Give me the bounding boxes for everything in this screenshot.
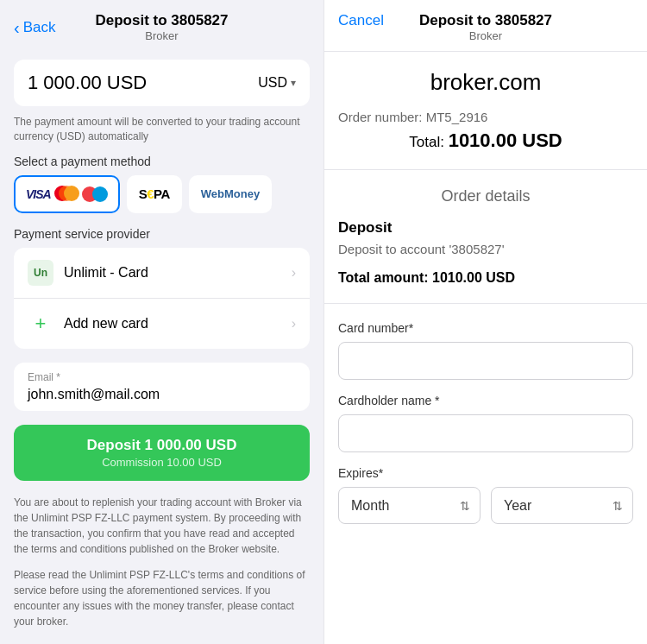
right-header-title: Deposit to 3805827 Broker bbox=[419, 12, 552, 42]
cardholder-input[interactable] bbox=[338, 414, 633, 452]
total-label: Total: bbox=[409, 134, 444, 150]
back-button[interactable]: ‹ Back bbox=[14, 19, 55, 36]
divider-2 bbox=[324, 303, 647, 304]
provider-unlimit[interactable]: Un Unlimit - Card › bbox=[14, 248, 310, 299]
expires-row: Month 010203 040506 070809 101112 ⇅ Year… bbox=[338, 487, 633, 524]
provider-unlimit-name: Unlimit - Card bbox=[64, 265, 292, 281]
right-header: Cancel Deposit to 3805827 Broker bbox=[324, 0, 647, 52]
add-card-icon: + bbox=[28, 311, 53, 337]
unlimit-icon: Un bbox=[28, 260, 53, 286]
provider-list: Un Unlimit - Card › + Add new card › bbox=[14, 248, 310, 349]
order-details-heading: Order details bbox=[338, 187, 633, 205]
order-deposit-label: Deposit bbox=[338, 219, 633, 237]
broker-domain: broker.com bbox=[338, 69, 633, 96]
provider-chevron-icon: › bbox=[292, 265, 296, 281]
visa-icon: VISA bbox=[26, 187, 51, 201]
auto-convert-text: The payment amount will be converted to … bbox=[14, 115, 310, 144]
payment-method-visa-mc[interactable]: VISA bbox=[14, 175, 120, 213]
email-field-container: Email * john.smith@mail.com bbox=[14, 363, 310, 411]
total-line: Total: 1010.00 USD bbox=[338, 129, 633, 152]
cardholder-label: Cardholder name * bbox=[338, 394, 633, 407]
email-value: john.smith@mail.com bbox=[28, 387, 296, 402]
order-deposit-desc: Deposit to account '3805827' bbox=[338, 242, 633, 256]
left-panel: ‹ Back Deposit to 3805827 Broker 1 000.0… bbox=[0, 0, 324, 644]
email-label: Email * bbox=[28, 371, 296, 383]
currency-label: USD bbox=[258, 75, 287, 91]
right-title: Deposit to 3805827 bbox=[419, 12, 552, 29]
deposit-button-sub: Commission 10.00 USD bbox=[28, 456, 296, 469]
card-number-group: Card number* bbox=[338, 321, 633, 380]
left-content: 1 000.00 USD USD ▾ The payment amount wi… bbox=[0, 60, 324, 629]
provider-add-card[interactable]: + Add new card › bbox=[14, 299, 310, 349]
left-header-title: Deposit to 3805827 Broker bbox=[95, 12, 228, 42]
left-header: ‹ Back Deposit to 3805827 Broker bbox=[0, 0, 324, 51]
add-card-chevron-icon: › bbox=[292, 316, 296, 331]
expires-label: Expires* bbox=[338, 466, 633, 480]
mastercard-icon bbox=[54, 186, 80, 203]
card-number-input[interactable] bbox=[338, 342, 633, 380]
amount-box: 1 000.00 USD USD ▾ bbox=[14, 60, 310, 106]
year-select[interactable]: Year 202420252026 202720282029 203020312… bbox=[491, 487, 633, 524]
left-subtitle: Broker bbox=[95, 29, 228, 42]
provider-label: Payment service provider bbox=[14, 227, 310, 241]
back-label: Back bbox=[23, 19, 56, 36]
sepa-icon: S€PA bbox=[139, 186, 170, 201]
payment-method-label: Select a payment method bbox=[14, 155, 310, 168]
divider-1 bbox=[324, 169, 647, 170]
cancel-button[interactable]: Cancel bbox=[338, 12, 384, 29]
card-number-label: Card number* bbox=[338, 321, 633, 335]
payment-method-webmoney[interactable]: WebMoney bbox=[189, 175, 272, 213]
amount-value: 1 000.00 USD bbox=[28, 72, 147, 94]
deposit-button[interactable]: Deposit 1 000.00 USD Commission 10.00 US… bbox=[14, 425, 310, 481]
year-wrapper: Year 202420252026 202720282029 203020312… bbox=[491, 487, 633, 524]
maestro-icon bbox=[87, 186, 108, 202]
webmoney-icon: WebMoney bbox=[201, 187, 260, 200]
legal-text-1: You are about to replenish your trading … bbox=[14, 495, 310, 557]
order-details-section: Order details Deposit Deposit to account… bbox=[338, 187, 633, 286]
deposit-button-main: Deposit 1 000.00 USD bbox=[28, 437, 296, 454]
left-title: Deposit to 3805827 bbox=[95, 12, 228, 29]
order-total-amount-line: Total amount: 1010.00 USD bbox=[338, 270, 633, 286]
payment-method-sepa[interactable]: S€PA bbox=[127, 175, 182, 213]
month-wrapper: Month 010203 040506 070809 101112 ⇅ bbox=[338, 487, 481, 524]
currency-select[interactable]: USD ▾ bbox=[258, 75, 296, 91]
currency-dropdown-icon: ▾ bbox=[291, 77, 296, 89]
back-chevron-icon: ‹ bbox=[14, 19, 20, 36]
payment-methods: VISA S€PA WebMoney bbox=[14, 175, 310, 213]
right-content: broker.com Order number: MT5_2916 Total:… bbox=[324, 52, 647, 555]
expires-group: Expires* Month 010203 040506 070809 1011… bbox=[338, 466, 633, 524]
legal-text-2: Please read the Unlimint PSP FZ-LLC's te… bbox=[14, 567, 310, 629]
add-card-label: Add new card bbox=[64, 316, 292, 331]
month-select[interactable]: Month 010203 040506 070809 101112 bbox=[338, 487, 481, 524]
right-subtitle: Broker bbox=[419, 29, 552, 42]
total-amount-value: 1010.00 USD bbox=[449, 129, 562, 151]
cardholder-group: Cardholder name * bbox=[338, 394, 633, 452]
right-panel: Cancel Deposit to 3805827 Broker broker.… bbox=[324, 0, 647, 644]
order-number: Order number: MT5_2916 bbox=[338, 110, 633, 124]
